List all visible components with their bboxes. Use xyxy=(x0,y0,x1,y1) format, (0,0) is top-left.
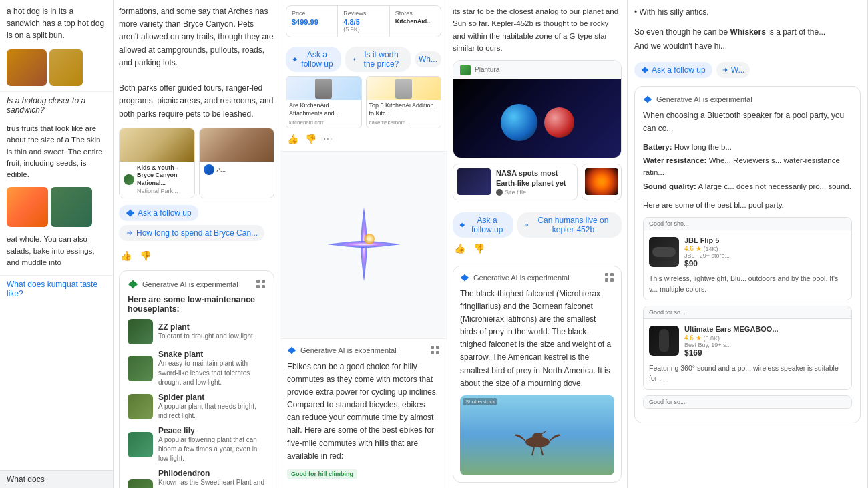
hotdog-text: a hot dog is in its a sandwich has a top… xyxy=(0,0,113,47)
bryce-text: formations, and some say that Arches has… xyxy=(119,5,274,121)
thumbs-down-button[interactable]: 👎 xyxy=(138,249,152,262)
gem-icon-ebike xyxy=(287,346,296,355)
ue-shape xyxy=(659,329,669,352)
spec-water: Water resistance: Whe... Reviewers s... … xyxy=(643,154,852,179)
nasa-source-row: Site title xyxy=(496,189,573,196)
park-card-image-1 xyxy=(120,128,194,162)
planet-top-text: its star to be the closest analog to our… xyxy=(453,5,622,55)
good-for-badge: Good for hill climbing xyxy=(287,467,440,481)
how-long-button[interactable]: How long to spend at Bryce Can... xyxy=(119,225,264,241)
jbl-shape xyxy=(652,247,676,257)
gem-icon-col5 xyxy=(641,66,649,74)
kitchen-followup-button[interactable]: Ask a follow up xyxy=(286,47,341,72)
product3-card[interactable]: Good for so... xyxy=(643,395,852,409)
what-docs-bar: What docs xyxy=(0,470,113,488)
jbl-flip-desc: This wireless, lightweight, Blu... outdo… xyxy=(644,274,851,300)
plant-item-peace: Peace lily A popular flowering plant tha… xyxy=(128,426,266,463)
falcone-section: Generative AI is experimental The black-… xyxy=(453,266,622,483)
sandwich-question: Is a hotdog closer to a sandwich? xyxy=(0,91,113,119)
ai-badge-plants: Generative AI is experimental xyxy=(128,279,266,290)
svg-point-0 xyxy=(364,234,375,244)
falcone-text: The black-thighed falconet (Microhierax … xyxy=(460,288,614,391)
jbl-flip-card[interactable]: Good for sho... JBL Flip 5 4.6 ★ (14K) J… xyxy=(643,217,852,301)
spider-plant-image xyxy=(128,394,153,419)
planet-thumbdown[interactable]: 👎 xyxy=(472,242,486,255)
product-card-2[interactable]: Top 5 KitchenAi Addition to Kitc... cake… xyxy=(366,76,442,128)
ue-megaboom-info: Ultimate Ears MEGABOO... 4.6 ★ (5.8K) Be… xyxy=(684,324,779,357)
park-card-2[interactable]: A... xyxy=(199,128,275,199)
bryce-thumbs: 👍 👎 xyxy=(119,249,274,262)
park-logo-1 xyxy=(124,174,134,185)
bryce-actions: Ask a follow up How long to spend at Bry… xyxy=(119,205,274,241)
plant-item-spider: Spider plant A popular plant that needs … xyxy=(128,393,266,421)
ue-megaboom-body: Ultimate Ears MEGABOO... 4.6 ★ (5.8K) Be… xyxy=(644,319,851,362)
product-img-row: Are KitchenAid Attachments and... kitche… xyxy=(286,76,441,128)
planet-thumbs: 👍 👎 xyxy=(453,242,622,255)
gem-icon-planet xyxy=(459,221,465,229)
planet-followup-button[interactable]: Ask a follow up xyxy=(453,212,513,238)
arrow-icon xyxy=(126,229,134,237)
park-card-body-1: Kids & Youth - Bryce Canyon National... … xyxy=(120,162,194,198)
kitchen-thumbdown[interactable]: 👎 xyxy=(304,132,318,146)
park-card-title-1: Kids & Youth - Bryce Canyon National... … xyxy=(137,164,190,196)
philodendron-info: Philodendron Known as the Sweetheart Pla… xyxy=(158,469,266,488)
arrow-icon-col5 xyxy=(722,67,728,73)
plants-ai-section: Generative AI is experimental Here are s… xyxy=(119,270,274,488)
zz-plant-image xyxy=(128,319,153,344)
speaker-outro: Here are some of the best bl... pool par… xyxy=(643,199,852,211)
peace-lily-image xyxy=(128,432,153,457)
kumquat-question[interactable]: What does kumquat taste like? xyxy=(0,275,113,302)
park-card-body-2: A... xyxy=(200,162,274,178)
jbl-flip-image xyxy=(649,237,679,267)
plant-list: ZZ plant Tolerant to drought and low lig… xyxy=(128,319,266,488)
kitchen-card: Price $499.99 Reviews 4.8/5 (5.9K) Store… xyxy=(280,0,447,152)
stores-col: Stores KitchenAid... xyxy=(390,6,441,37)
blackhole-image xyxy=(585,168,618,195)
gem-icon-falcone xyxy=(460,273,469,282)
product-img-1 xyxy=(286,77,361,100)
jbl-flip-body: JBL Flip 5 4.6 ★ (14K) JBL · 29+ store..… xyxy=(644,230,851,274)
thumbs-up-button[interactable]: 👍 xyxy=(119,249,133,262)
col5-suggest-button[interactable]: W... xyxy=(716,62,750,78)
spec-battery: Battery: How long the b... xyxy=(643,141,852,153)
earth-sphere xyxy=(501,104,537,141)
park-logo-2 xyxy=(204,164,214,175)
more-btn[interactable]: Wh... xyxy=(415,51,441,67)
product-card-1[interactable]: Are KitchenAid Attachments and... kitche… xyxy=(286,76,362,128)
grid-icon-falcone[interactable] xyxy=(605,273,614,282)
product3-badge: Good for so... xyxy=(644,396,851,409)
grid-icon-ebike[interactable] xyxy=(431,346,440,355)
falcone-image: Shutterstock xyxy=(460,395,614,475)
bluetooth-section: Generative AI is experimental When choos… xyxy=(634,86,861,423)
blackhole-card[interactable] xyxy=(582,164,622,200)
nasa-card[interactable]: NASA spots most Earth-like planet yet Si… xyxy=(453,164,578,200)
col5-followup-row: Ask a follow up W... xyxy=(634,62,861,78)
worth-price-button[interactable]: Is it worth the price? xyxy=(345,47,411,72)
bluetooth-intro: When choosing a Bluetooth speaker for a … xyxy=(643,109,852,135)
can-humans-button[interactable]: Can humans live on kepler-452b xyxy=(517,212,622,238)
plant-item-philo: Philodendron Known as the Sweetheart Pla… xyxy=(128,469,266,488)
kitchen-actions: Ask a follow up Is it worth the price? W… xyxy=(286,43,441,76)
philodendron-image xyxy=(128,479,153,488)
col5-followup-button[interactable]: Ask a follow up xyxy=(634,62,712,78)
ebike-grid-dots xyxy=(431,346,440,355)
arrow-icon-kitchen xyxy=(352,56,356,63)
ebike-ai-badge: Generative AI is experimental xyxy=(287,346,440,355)
planet-thumbup[interactable]: 👍 xyxy=(453,242,467,255)
ue-megaboom-card[interactable]: Good for so... Ultimate Ears MEGABOO... … xyxy=(643,306,852,390)
spec-list: Battery: How long the b... Water resista… xyxy=(643,141,852,193)
grid-icon-plants[interactable] xyxy=(256,280,266,289)
zz-plant-info: ZZ plant Tolerant to drought and low lig… xyxy=(158,322,255,341)
plant-item-zz: ZZ plant Tolerant to drought and low lig… xyxy=(128,319,266,344)
park-card-1[interactable]: Kids & Youth - Bryce Canyon National... … xyxy=(119,128,195,199)
plants-heading: Here are some low-maintenance houseplant… xyxy=(128,295,266,314)
citrus-text: trus fruits that look like are about the… xyxy=(0,119,113,184)
bryce-followup-button[interactable]: Ask a follow up xyxy=(119,205,198,221)
kitchen-thumbs: 👍 👎 ⋯ xyxy=(286,132,441,146)
gem-icon-bt xyxy=(643,95,652,104)
kitchen-thumbup[interactable]: 👍 xyxy=(286,132,300,146)
hotdog-images xyxy=(0,47,113,89)
kitchen-more[interactable]: ⋯ xyxy=(322,132,334,146)
silly-antics: • With his silly antics. xyxy=(634,5,861,19)
snake-plant-image xyxy=(128,356,153,381)
